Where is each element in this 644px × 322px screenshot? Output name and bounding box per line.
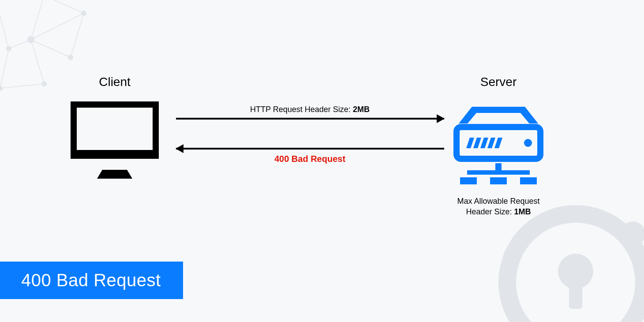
title-banner: 400 Bad Request	[0, 262, 183, 299]
client-label: Client	[71, 75, 159, 89]
svg-line-1	[44, 0, 84, 13]
arrow-right-icon	[176, 118, 444, 120]
svg-rect-25	[77, 108, 153, 150]
svg-point-17	[41, 81, 47, 86]
svg-marker-30	[480, 138, 488, 148]
svg-point-13	[81, 11, 86, 16]
svg-line-5	[9, 40, 31, 49]
svg-rect-36	[460, 177, 477, 184]
request-label-prefix: HTTP Request Header Size:	[250, 105, 353, 114]
svg-point-16	[0, 86, 3, 91]
svg-rect-35	[467, 170, 530, 175]
svg-marker-32	[494, 138, 502, 148]
svg-line-8	[0, 84, 44, 88]
arrow-group: HTTP Request Header Size: 2MB 400 Bad Re…	[172, 105, 448, 164]
svg-marker-26	[97, 170, 132, 179]
svg-line-7	[31, 40, 44, 84]
response-label: 400 Bad Request	[172, 154, 448, 164]
svg-point-15	[27, 36, 34, 43]
svg-rect-23	[569, 278, 582, 309]
server-desc-line2-prefix: Header Size:	[466, 207, 514, 216]
svg-point-18	[68, 55, 73, 60]
svg-line-2	[0, 0, 9, 49]
request-label-value: 2MB	[353, 105, 370, 114]
svg-marker-31	[487, 138, 495, 148]
svg-marker-28	[466, 138, 474, 148]
server-icon	[448, 101, 549, 187]
svg-point-33	[524, 139, 532, 147]
server-desc-line1: Max Allowable Request	[457, 197, 539, 206]
svg-line-10	[31, 40, 71, 57]
svg-marker-29	[473, 138, 481, 148]
server-desc-value: 1MB	[514, 207, 531, 216]
server-description: Max Allowable Request Header Size: 1MB	[448, 196, 549, 217]
svg-point-14	[6, 46, 11, 51]
svg-rect-37	[490, 177, 507, 184]
monitor-icon	[71, 101, 159, 181]
server-label: Server	[448, 75, 549, 89]
svg-line-4	[31, 13, 84, 40]
client-group: Client	[71, 75, 159, 181]
arrow-left-icon	[176, 148, 444, 150]
svg-line-6	[0, 49, 9, 88]
svg-line-9	[71, 13, 84, 57]
server-group: Server Max Allowable	[448, 75, 549, 217]
request-label: HTTP Request Header Size: 2MB	[172, 105, 448, 114]
svg-rect-38	[520, 177, 537, 184]
